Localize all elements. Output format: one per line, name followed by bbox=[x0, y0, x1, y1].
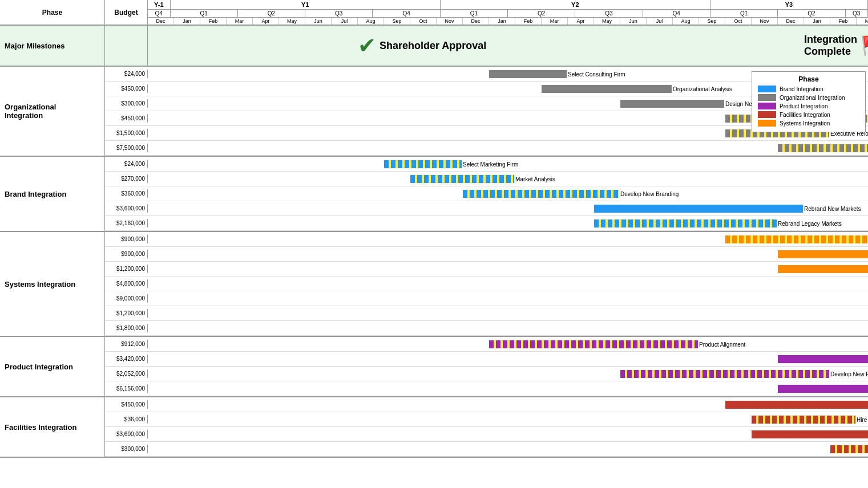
legend-color-box bbox=[758, 94, 776, 101]
gantt-bar: Dispense of Excess Real Estate bbox=[830, 445, 868, 453]
year-y1: Y1 bbox=[171, 0, 441, 9]
task-timeline: Develop New Products bbox=[148, 367, 868, 381]
task-timeline: Select Marketing Firm bbox=[148, 157, 868, 172]
task-row: $3,600,000 Consolidate Facilities bbox=[105, 427, 868, 442]
phase-tasks: $450,000 Facilities Planning & Analysis … bbox=[105, 397, 868, 457]
task-timeline: Dispense of Excess Real Estate bbox=[148, 442, 868, 457]
task-row: $1,800,000 Legacy System Sunset & Conver… bbox=[105, 321, 868, 336]
legend-title: Phase bbox=[758, 75, 859, 83]
budget-value: $3,420,000 bbox=[105, 355, 148, 363]
month-cell: Oct bbox=[410, 18, 437, 25]
phase-section: Product Integration$912,000 Product Alig… bbox=[0, 337, 868, 397]
phase-name-text: Facilities Integration bbox=[5, 423, 76, 432]
budget-value: $450,000 bbox=[105, 400, 148, 409]
task-row: $900,000 Internal Gap Analysis bbox=[105, 232, 868, 247]
gantt-bar: Launch New Products bbox=[778, 385, 868, 393]
header: PhaseBudgetY-1Y1Y2Y3Q4Q1Q2Q3Q4Q1Q2Q3Q4Q1… bbox=[0, 0, 868, 26]
month-cell: Jan bbox=[174, 18, 200, 25]
task-timeline: Provisioning System Design bbox=[148, 262, 868, 276]
budget-value: $270,000 bbox=[105, 174, 148, 183]
month-cell: Jun bbox=[620, 18, 647, 25]
phase-section: OrganizationalIntegration$24,000 Select … bbox=[0, 67, 868, 157]
year-y-minus-1: Y-1 bbox=[148, 0, 171, 9]
bar-label: Hire Real Estate Firm bbox=[857, 416, 868, 422]
gantt-bar: Key Employee Relocation bbox=[778, 144, 868, 152]
month-cell: Dec bbox=[463, 18, 489, 25]
task-timeline: Rebrand Legacy Markets bbox=[148, 216, 868, 231]
month-cell: Feb bbox=[515, 18, 542, 25]
budget-value: $36,000 bbox=[105, 415, 148, 424]
gantt-bar: Provisioning System Design bbox=[778, 265, 868, 273]
legend-color-box bbox=[758, 103, 776, 109]
quarter-cell: Q2 bbox=[508, 10, 575, 17]
budget-value: $2,052,000 bbox=[105, 369, 148, 378]
gantt-bar: Organizational Analysis bbox=[542, 85, 672, 93]
bar-label: Develop New Branding bbox=[620, 190, 679, 197]
task-timeline: Provisioning System Implementation bbox=[148, 291, 868, 306]
month-cell: Jan bbox=[804, 18, 830, 25]
gantt-bar: Rebrand New Markets bbox=[594, 205, 803, 213]
month-row: DecJanFebMarAprMayJunJulAugSepOctNovDecJ… bbox=[148, 18, 868, 25]
task-row: $450,000 Facilities Planning & Analysis bbox=[105, 397, 868, 412]
budget-value: $1,200,000 bbox=[105, 309, 148, 318]
budget-header: Budget bbox=[105, 0, 148, 25]
flag-icon: 🚩 bbox=[861, 35, 868, 56]
month-cell: Jul bbox=[647, 18, 673, 25]
quarter-cell: Q4 bbox=[148, 10, 171, 17]
budget-value: $900,000 bbox=[105, 235, 148, 243]
task-row: $270,000 Market Analysis bbox=[105, 172, 868, 186]
month-cell: May bbox=[279, 18, 305, 25]
budget-value: $300,000 bbox=[105, 99, 148, 108]
task-timeline: Sunset Legacy Products bbox=[148, 352, 868, 367]
bar-label: Rebrand New Markets bbox=[804, 205, 861, 212]
task-row: $360,000 Develop New Branding bbox=[105, 186, 868, 201]
shareholder-text: Shareholder Approval bbox=[380, 40, 486, 52]
gantt-bar: Hire Real Estate Firm bbox=[752, 416, 855, 424]
month-cell: Mar bbox=[857, 18, 868, 25]
phase-name: Facilities Integration bbox=[0, 397, 105, 457]
gantt-bar: Design New Org Structure bbox=[620, 100, 724, 108]
budget-value: $3,600,000 bbox=[105, 204, 148, 213]
budget-value: $900,000 bbox=[105, 250, 148, 258]
month-cell: Dec bbox=[778, 18, 804, 25]
task-timeline: Develop New Branding bbox=[148, 186, 868, 201]
task-timeline: Internal Gap Analysis bbox=[148, 232, 868, 247]
budget-value: $24,000 bbox=[105, 70, 148, 78]
integration-text: Integration Complete bbox=[804, 34, 857, 58]
task-row: $7,500,000 Key Employee Relocation bbox=[105, 141, 868, 156]
month-cell: Feb bbox=[200, 18, 227, 25]
gantt-bar: Facilities Planning & Analysis bbox=[725, 401, 868, 409]
budget-value: $1,200,000 bbox=[105, 265, 148, 273]
phase-header-label: Phase bbox=[42, 9, 62, 17]
task-timeline: Product Alignment bbox=[148, 337, 868, 352]
task-row: $300,000 Dispense of Excess Real Estate bbox=[105, 442, 868, 457]
bar-label: Market Analysis bbox=[515, 176, 555, 182]
task-row: $2,052,000 Develop New Products bbox=[105, 367, 868, 381]
checkmark-icon: ✔ bbox=[358, 33, 376, 58]
task-row: $1,200,000 Provisioning System Design bbox=[105, 262, 868, 276]
quarter-cell: Q1 bbox=[441, 10, 508, 17]
month-cell: Sep bbox=[699, 18, 725, 25]
month-cell: Jan bbox=[489, 18, 515, 25]
task-timeline: Billing System Design bbox=[148, 247, 868, 262]
task-row: $4,800,000 Billing System Implementation bbox=[105, 276, 868, 291]
phase-name-text: Product Integration bbox=[5, 363, 73, 371]
quarter-cell: Q3 bbox=[305, 10, 373, 17]
month-cell: Dec bbox=[148, 18, 174, 25]
task-timeline: Billing System Implementation bbox=[148, 276, 868, 291]
month-cell: Nov bbox=[752, 18, 778, 25]
budget-value: $4,800,000 bbox=[105, 279, 148, 288]
month-cell: Feb bbox=[830, 18, 857, 25]
quarter-cell: Q1 bbox=[171, 10, 238, 17]
task-row: $6,156,000 Launch New Products bbox=[105, 381, 868, 396]
legend-label: Brand Integration bbox=[780, 86, 823, 92]
integration-complete: Integration Complete🚩 bbox=[804, 34, 868, 58]
task-timeline: Market Analysis bbox=[148, 172, 868, 186]
legend-label: Facilities Integration bbox=[780, 112, 830, 118]
budget-value: $912,000 bbox=[105, 340, 148, 348]
gantt-bar: Internal Gap Analysis bbox=[725, 235, 868, 243]
phase-section: Facilities Integration$450,000 Facilitie… bbox=[0, 397, 868, 458]
gantt-bar: Product Alignment bbox=[489, 340, 698, 348]
legend: PhaseBrand IntegrationOrganizational Int… bbox=[752, 71, 866, 132]
budget-value: $7,500,000 bbox=[105, 144, 148, 152]
